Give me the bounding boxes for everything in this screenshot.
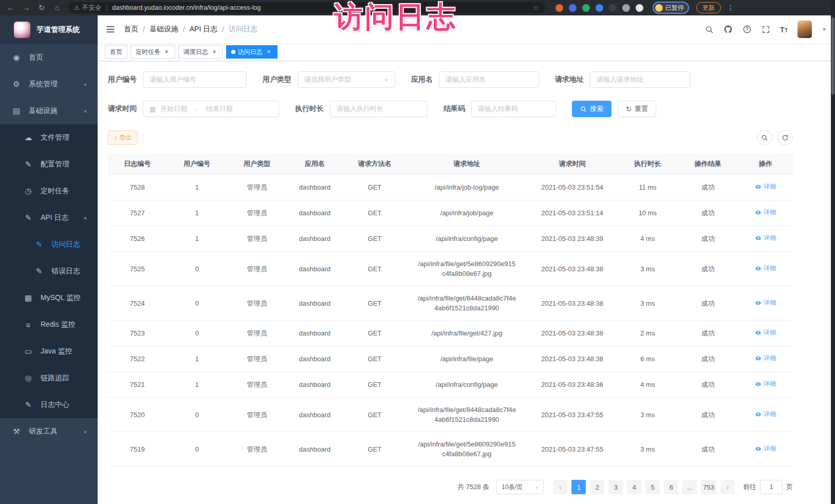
sidebar-item[interactable]: ▦MySQL 监控 (0, 285, 98, 311)
sidebar-item[interactable]: ✎错误日志 (0, 258, 98, 285)
next-page-button[interactable]: › (720, 480, 735, 494)
page-button[interactable]: 5 (645, 480, 660, 494)
sidebar-item[interactable]: ✎API 日志∧ (0, 204, 98, 231)
detail-link[interactable]: 详细 (755, 264, 776, 273)
extension-icon[interactable] (569, 4, 577, 12)
page-size-select[interactable]: 10条/页 ∨ (496, 480, 544, 494)
input-placeholder: 请输入用户编号 (150, 75, 196, 84)
input-placeholder: 请输入请求地址 (597, 75, 643, 84)
close-icon[interactable]: × (211, 48, 218, 55)
page-button[interactable]: 753 (701, 480, 716, 494)
toggle-search-button[interactable] (757, 130, 772, 145)
browser-forward-icon[interactable]: → (20, 0, 33, 15)
reset-button[interactable]: ↻重置 (618, 101, 656, 117)
extension-icon[interactable] (636, 4, 643, 12)
cell-user_type: 管理员 (227, 226, 287, 252)
sidebar-item[interactable]: ✎日志中心 (0, 391, 98, 418)
detail-link[interactable]: 详细 (755, 233, 776, 243)
sidebar-item[interactable]: ✎访问日志 (0, 231, 98, 258)
more-pages-button[interactable]: ... (682, 480, 697, 494)
sidebar-item[interactable]: ◷定时任务 (0, 178, 98, 204)
filter-input[interactable]: 请输入结果码 (471, 101, 556, 117)
detail-link[interactable]: 详细 (755, 208, 776, 217)
tab-访问日志[interactable]: 访问日志× (226, 45, 277, 59)
refresh-button[interactable] (777, 130, 793, 145)
detail-link-label: 详细 (764, 233, 776, 243)
font-size-icon[interactable]: TT (780, 25, 788, 34)
tab-首页[interactable]: 首页 (105, 45, 127, 59)
cell-user_id: 0 (167, 321, 227, 346)
hamburger-icon[interactable] (106, 25, 115, 34)
sidebar-item[interactable]: ▤基础设施∧ (0, 98, 98, 124)
filter-select[interactable]: 请选择用户类型∨ (298, 71, 395, 88)
tab-调度日志[interactable]: 调度日志× (178, 45, 223, 59)
sidebar-item[interactable]: ▭Java 监控 (0, 338, 98, 365)
detail-link[interactable]: 详细 (755, 409, 776, 419)
detail-link[interactable]: 详细 (755, 298, 776, 308)
page-button[interactable]: 4 (627, 480, 641, 494)
browser-home-icon[interactable]: ⌂ (50, 0, 64, 15)
avatar-caret-icon[interactable]: ▼ (822, 27, 827, 32)
browser-menu-icon[interactable]: ⋮ (727, 4, 734, 12)
detail-link[interactable]: 详细 (755, 353, 776, 363)
page-button[interactable]: 3 (608, 480, 623, 494)
search-icon[interactable] (705, 25, 714, 34)
tab-定时任务[interactable]: 定时任务× (131, 45, 175, 59)
filter-input[interactable]: 请输入应用名 (439, 71, 539, 88)
goto-page-input[interactable]: 1 (760, 480, 783, 494)
page-button[interactable]: 6 (664, 480, 678, 494)
date-range-picker[interactable]: ▦开始日期-结束日期 (143, 101, 279, 117)
logo[interactable]: 芋道管理系统 (0, 15, 98, 44)
detail-link[interactable]: 详细 (755, 444, 776, 454)
scrollbar-thumb[interactable] (831, 17, 834, 95)
page-button[interactable]: 1 (571, 480, 586, 494)
cell-duration: 6 ms (618, 346, 678, 372)
bookmark-star-icon[interactable]: ☆ (533, 4, 539, 12)
sidebar-item[interactable]: ◉首页 (0, 44, 98, 71)
browser-update-button[interactable]: 更新 (696, 2, 721, 13)
browser-back-icon[interactable]: ← (4, 0, 17, 15)
breadcrumb-item[interactable]: API 日志 (190, 25, 217, 34)
filter-input[interactable]: 请输入执行时长 (330, 101, 428, 117)
browser-scrollbar[interactable] (831, 0, 835, 504)
extension-icon[interactable] (609, 4, 617, 12)
export-button[interactable]: ↓ 导出 (108, 130, 138, 145)
breadcrumb-item[interactable]: 首页 (124, 25, 138, 34)
detail-link[interactable]: 详细 (755, 379, 776, 389)
extension-icon[interactable] (622, 4, 630, 12)
breadcrumb-item[interactable]: 基础设施 (150, 25, 178, 34)
cell-action: 详细 (738, 398, 793, 432)
search-button[interactable]: 搜索 (572, 101, 611, 117)
close-icon[interactable]: × (265, 48, 272, 55)
extension-icon[interactable] (582, 4, 590, 12)
detail-link[interactable]: 详细 (755, 328, 776, 338)
sidebar-item[interactable]: ⚒研发工具∨ (0, 418, 98, 445)
column-header: 请求地址 (406, 154, 527, 175)
address-bar[interactable]: ⚠ 不安全 dashboard.yudao.iocoder.cn/infra/l… (68, 2, 545, 13)
fullscreen-icon[interactable] (762, 25, 770, 34)
profile-chip[interactable]: 已暂停 (653, 2, 689, 14)
chevron-up-icon: ∧ (83, 108, 87, 113)
cell-time: 2021-05-03 23:51:14 (527, 200, 618, 226)
sidebar-item[interactable]: ◎链路追踪 (0, 365, 98, 391)
sidebar-item[interactable]: ☁文件管理 (0, 124, 98, 151)
prev-page-button[interactable]: ‹ (553, 480, 567, 494)
close-icon[interactable]: × (163, 48, 170, 55)
sidebar-item[interactable]: ✎配置管理 (0, 151, 98, 178)
url-text[interactable]: dashboard.yudao.iocoder.cn/infra/log/api… (112, 4, 533, 11)
filter-input[interactable]: 请输入用户编号 (143, 71, 247, 88)
sidebar-item[interactable]: ⚙系统管理∨ (0, 71, 98, 98)
gear-icon: ⚙ (11, 80, 22, 89)
sidebar-item-label: Java 监控 (41, 347, 72, 356)
cell-user_id: 0 (167, 432, 227, 466)
detail-link[interactable]: 详细 (755, 182, 776, 192)
page-button[interactable]: 2 (590, 480, 604, 494)
user-avatar[interactable] (797, 21, 812, 38)
help-icon[interactable] (743, 25, 752, 34)
extension-icon[interactable] (596, 4, 603, 12)
browser-reload-icon[interactable]: ↻ (35, 0, 48, 15)
extension-icon[interactable] (555, 4, 563, 12)
filter-input[interactable]: 请输入请求地址 (590, 71, 690, 88)
sidebar-item[interactable]: ≡Redis 监控 (0, 311, 98, 338)
github-icon[interactable] (723, 25, 733, 34)
